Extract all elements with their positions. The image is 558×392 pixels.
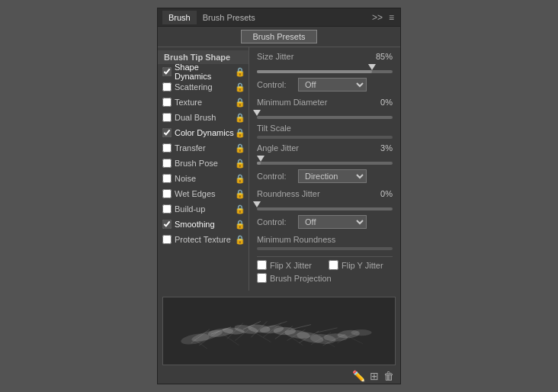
brush-projection-label: Brush Projection [270,274,332,283]
checkbox-wet-edges[interactable] [162,189,172,198]
left-item-shape-dynamics[interactable]: Shape Dynamics 🔒 [158,64,249,79]
flip-y-label: Flip Y Jitter [342,261,383,270]
brush-preview [162,297,396,365]
checkbox-brush-pose[interactable] [162,159,172,168]
lock-build-up: 🔒 [235,204,245,214]
menu-icon[interactable]: ≡ [387,12,396,23]
panel-body: Brush Tip Shape Shape Dynamics 🔒 Scatter… [158,47,400,291]
lock-protect-texture: 🔒 [235,235,245,245]
min-diameter-slider-container [257,110,393,119]
tilt-scale-slider-container [257,136,393,139]
control1-row: Control: Off Fade Pen Pressure Pen Tilt … [257,78,393,92]
size-jitter-value: 85% [370,52,393,61]
grid-view-icon[interactable]: ⊞ [370,370,379,382]
checkbox-noise[interactable] [162,174,172,183]
brush-panel: Brush Brush Presets >> ≡ Brush Presets B… [157,8,401,384]
lock-texture: 🔒 [235,98,245,108]
bottom-icons-bar: ✏️ ⊞ 🗑 [158,368,400,384]
checkbox-shape-dynamics[interactable] [162,67,172,76]
left-item-color-dynamics[interactable]: Color Dynamics 🔒 [158,125,249,140]
min-roundness-row: Minimum Roundness [257,235,393,244]
brush-presets-btn-area: Brush Presets [158,27,400,47]
checkbox-texture[interactable] [162,98,172,107]
checkbox-smoothing[interactable] [162,220,172,229]
roundness-jitter-row: Roundness Jitter 0% [257,189,393,198]
checkbox-build-up[interactable] [162,204,172,214]
lock-shape-dynamics: 🔒 [235,67,245,77]
flip-y-checkbox[interactable] [329,260,338,270]
lock-noise: 🔒 [235,174,245,184]
flip-x-label: Flip X Jitter [270,261,312,270]
delete-icon[interactable]: 🗑 [383,370,394,382]
angle-jitter-slider-container [257,156,393,165]
left-item-scattering[interactable]: Scattering 🔒 [158,79,249,95]
checkbox-dual-brush[interactable] [162,113,172,122]
size-jitter-slider-container [257,64,393,73]
brush-presets-button[interactable]: Brush Presets [241,30,316,43]
left-item-brush-pose[interactable]: Brush Pose 🔒 [158,156,249,171]
left-item-noise[interactable]: Noise 🔒 [158,171,249,186]
control3-label: Control: [257,217,293,227]
checkbox-protect-texture[interactable] [162,235,172,244]
svg-point-14 [351,329,371,336]
angle-jitter-row: Angle Jitter 3% [257,143,393,153]
left-item-protect-texture[interactable]: Protect Texture 🔒 [158,232,249,247]
roundness-jitter-slider-container [257,201,393,210]
left-panel: Brush Tip Shape Shape Dynamics 🔒 Scatter… [158,47,249,291]
checkbox-color-dynamics[interactable] [162,128,172,137]
roundness-jitter-label: Roundness Jitter [257,189,370,198]
flip-x-row: Flip X Jitter Flip Y Jitter [257,260,393,270]
preview-svg [163,297,395,365]
control2-label: Control: [257,172,293,181]
tilt-scale-label: Tilt Scale [257,124,393,133]
control2-select[interactable]: Off Direction Pen Pressure Pen Tilt Init… [298,169,367,183]
min-diameter-row: Minimum Diameter 0% [257,98,393,107]
tilt-scale-row: Tilt Scale [257,124,393,133]
control3-select[interactable]: Off Fade Pen Pressure Pen Tilt [298,215,367,229]
left-item-dual-brush[interactable]: Dual Brush 🔒 [158,110,249,125]
control1-label: Control: [257,80,293,89]
lock-smoothing: 🔒 [235,220,245,230]
tab-brush[interactable]: Brush [162,11,197,24]
size-jitter-row: Size Jitter 85% [257,52,393,61]
control2-row: Control: Off Direction Pen Pressure Pen … [257,169,393,183]
angle-jitter-value: 3% [370,143,393,153]
left-item-build-up[interactable]: Build-up 🔒 [158,201,249,217]
lock-transfer: 🔒 [235,143,245,153]
size-jitter-label: Size Jitter [257,52,370,61]
lock-color-dynamics: 🔒 [235,128,245,138]
checkbox-transfer[interactable] [162,143,172,153]
lock-brush-pose: 🔒 [235,159,245,169]
forward-icon[interactable]: >> [370,12,384,23]
panel-tabs: Brush Brush Presets >> ≡ [158,8,400,27]
divider1 [257,256,393,257]
control1-select[interactable]: Off Fade Pen Pressure Pen Tilt Stylus Wh… [298,78,367,92]
brush-projection-checkbox[interactable] [257,273,267,283]
tab-brush-presets[interactable]: Brush Presets [197,11,261,24]
angle-jitter-label: Angle Jitter [257,143,370,153]
roundness-jitter-value: 0% [370,189,393,198]
min-diameter-value: 0% [370,98,393,107]
min-roundness-label: Minimum Roundness [257,235,393,244]
flip-x-checkbox[interactable] [257,260,267,270]
left-item-wet-edges[interactable]: Wet Edges 🔒 [158,186,249,201]
checkbox-scattering[interactable] [162,82,172,92]
lock-dual-brush: 🔒 [235,113,245,123]
brush-projection-row: Brush Projection [257,273,393,283]
create-new-icon[interactable]: ✏️ [352,370,365,382]
control3-row: Control: Off Fade Pen Pressure Pen Tilt [257,215,393,229]
left-item-transfer[interactable]: Transfer 🔒 [158,140,249,156]
min-diameter-label: Minimum Diameter [257,98,370,107]
left-item-texture[interactable]: Texture 🔒 [158,95,249,110]
lock-wet-edges: 🔒 [235,189,245,199]
lock-scattering: 🔒 [235,82,245,92]
left-item-smoothing[interactable]: Smoothing 🔒 [158,217,249,232]
right-panel: Size Jitter 85% Control: Off Fade Pe [249,47,400,291]
